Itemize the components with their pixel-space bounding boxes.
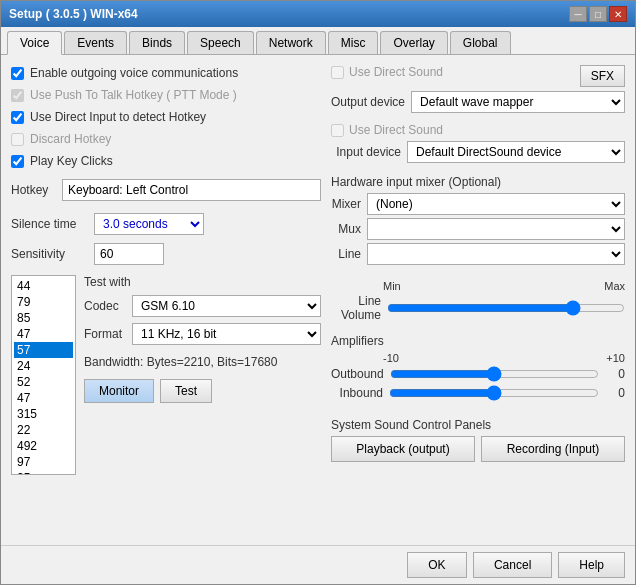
play-key-clicks-row: Play Key Clicks [11,153,321,169]
codec-select[interactable]: GSM 6.10 ADPCM PCM [132,295,321,317]
tab-binds[interactable]: Binds [129,31,185,54]
list-item[interactable]: 25 [14,470,73,475]
line-row: Line [331,243,625,265]
outbound-slider[interactable] [390,366,599,382]
silence-time-select[interactable]: 3.0 seconds 1.0 seconds 2.0 seconds 5.0 … [94,213,204,235]
codec-format-area: Test with Codec GSM 6.10 ADPCM PCM Forma… [84,275,321,535]
line-volume-slider[interactable] [387,300,625,316]
hardware-section-title: Hardware input mixer (Optional) [331,175,625,189]
codec-row: Codec GSM 6.10 ADPCM PCM [84,295,321,317]
inbound-row: Inbound 0 [331,385,625,401]
hotkey-input[interactable] [62,179,321,201]
outbound-row: Outbound 0 [331,366,625,382]
tab-misc[interactable]: Misc [328,31,379,54]
line-volume-section: Min Max LineVolume [331,280,625,322]
input-device-label: Input device [331,145,401,159]
discard-hotkey-checkbox[interactable] [11,133,24,146]
use-direct-sound-1-checkbox[interactable] [331,66,344,79]
tab-global[interactable]: Global [450,31,511,54]
line-volume-slider-row: LineVolume [331,294,625,322]
list-item[interactable]: 47 [14,390,73,406]
input-device-select[interactable]: Default DirectSound device [407,141,625,163]
line-select[interactable] [367,243,625,265]
playback-output-button[interactable]: Playback (output) [331,436,475,462]
line-volume-max-label: Max [604,280,625,292]
tab-voice[interactable]: Voice [7,31,62,55]
list-item[interactable]: 52 [14,374,73,390]
maximize-button[interactable]: □ [589,6,607,22]
left-panel: Enable outgoing voice communications Use… [11,65,321,535]
amplifiers-section: Amplifiers -10 +10 Outbound 0 Inbound 0 [331,334,625,404]
use-direct-sound-2-checkbox[interactable] [331,124,344,137]
ok-button[interactable]: OK [407,552,467,578]
use-direct-sound-2-label: Use Direct Sound [349,123,443,137]
tab-events[interactable]: Events [64,31,127,54]
mux-select[interactable] [367,218,625,240]
format-select[interactable]: 11 KHz, 16 bit 8 KHz, 16 bit 22 KHz, 16 … [132,323,321,345]
hotkey-row: Hotkey [11,179,321,201]
list-item[interactable]: 97 [14,454,73,470]
system-sound-title: System Sound Control Panels [331,418,625,432]
list-item[interactable]: 44 [14,278,73,294]
list-item[interactable]: 57 [14,342,73,358]
bottom-bar: OK Cancel Help [1,545,635,584]
minimize-button[interactable]: ─ [569,6,587,22]
output-device-select[interactable]: Default wave mapper [411,91,625,113]
sensitivity-input[interactable] [94,243,164,265]
list-item[interactable]: 22 [14,422,73,438]
direct-input-checkbox[interactable] [11,111,24,124]
sensitivity-label: Sensitivity [11,247,86,261]
use-direct-sound-1-label: Use Direct Sound [349,65,443,79]
close-button[interactable]: ✕ [609,6,627,22]
tab-network[interactable]: Network [256,31,326,54]
system-sound-section: System Sound Control Panels Playback (ou… [331,418,625,462]
amp-max-label: +10 [606,352,625,364]
codec-label: Codec [84,299,126,313]
hotkey-label: Hotkey [11,183,56,197]
list-item[interactable]: 47 [14,326,73,342]
main-window: Setup ( 3.0.5 ) WIN-x64 ─ □ ✕ Voice Even… [0,0,636,585]
sfx-button[interactable]: SFX [580,65,625,87]
tab-content: Enable outgoing voice communications Use… [1,55,635,545]
lower-left: 4479854757245247315224929725812511919 Te… [11,275,321,535]
push-to-talk-row: Use Push To Talk Hotkey ( PTT Mode ) [11,87,321,103]
number-list[interactable]: 4479854757245247315224929725812511919 [11,275,76,475]
mux-label: Mux [331,222,361,236]
test-button[interactable]: Test [160,379,212,403]
silence-time-row: Silence time 3.0 seconds 1.0 seconds 2.0… [11,213,321,235]
tab-speech[interactable]: Speech [187,31,254,54]
play-key-clicks-label: Play Key Clicks [30,154,113,168]
tab-overlay[interactable]: Overlay [380,31,447,54]
output-device-label: Output device [331,95,405,109]
main-area: Enable outgoing voice communications Use… [11,65,625,535]
mixer-label: Mixer [331,197,361,211]
monitor-button[interactable]: Monitor [84,379,154,403]
line-volume-labels: Min Max [331,280,625,292]
mux-row: Mux [331,218,625,240]
enable-outgoing-row: Enable outgoing voice communications [11,65,321,81]
list-item[interactable]: 24 [14,358,73,374]
tab-bar: Voice Events Binds Speech Network Misc O… [1,27,635,55]
push-to-talk-checkbox[interactable] [11,89,24,102]
mixer-select[interactable]: (None) [367,193,625,215]
direct-input-row: Use Direct Input to detect Hotkey [11,109,321,125]
test-with-label: Test with [84,275,321,289]
list-item[interactable]: 315 [14,406,73,422]
inbound-slider[interactable] [389,385,599,401]
recording-input-button[interactable]: Recording (Input) [481,436,625,462]
outbound-label: Outbound [331,367,384,381]
amp-min-label: -10 [383,352,399,364]
format-row: Format 11 KHz, 16 bit 8 KHz, 16 bit 22 K… [84,323,321,345]
input-device-row: Input device Default DirectSound device [331,141,625,163]
outbound-value: 0 [605,367,625,381]
list-item[interactable]: 85 [14,310,73,326]
cancel-button[interactable]: Cancel [473,552,552,578]
help-button[interactable]: Help [558,552,625,578]
enable-outgoing-checkbox[interactable] [11,67,24,80]
play-key-clicks-checkbox[interactable] [11,155,24,168]
list-item[interactable]: 492 [14,438,73,454]
list-item[interactable]: 79 [14,294,73,310]
output-device-row: Output device Default wave mapper [331,91,625,113]
input-section: Use Direct Sound Input device Default Di… [331,123,625,163]
format-label: Format [84,327,126,341]
